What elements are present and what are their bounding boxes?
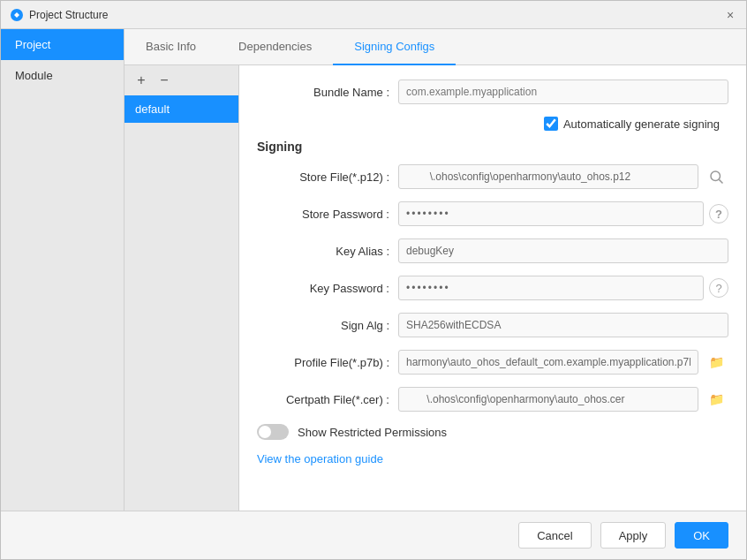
restricted-permissions-row: Show Restricted Permissions bbox=[257, 424, 728, 440]
project-structure-dialog: Project Structure × Project Module Basic… bbox=[0, 0, 747, 560]
tab-basic-info[interactable]: Basic Info bbox=[124, 29, 217, 65]
add-module-button[interactable]: + bbox=[132, 71, 151, 90]
apply-button[interactable]: Apply bbox=[600, 522, 667, 549]
close-button[interactable]: × bbox=[723, 8, 737, 22]
sign-alg-input[interactable] bbox=[398, 313, 728, 337]
module-toolbar: + − bbox=[124, 65, 238, 95]
signing-section-title: Signing bbox=[257, 140, 728, 154]
form-area: Bundle Name : Automatically generate sig… bbox=[239, 65, 746, 511]
certpath-file-browse-button[interactable]: 📁 bbox=[704, 387, 728, 412]
certpath-file-row: Certpath File(*.cer) : 📁 bbox=[257, 387, 728, 412]
key-password-label: Key Password : bbox=[257, 282, 398, 295]
bundle-name-row: Bundle Name : bbox=[257, 79, 728, 104]
auto-generate-text: Automatically generate signing bbox=[563, 117, 720, 131]
tab-dependencies[interactable]: Dependencies bbox=[217, 29, 333, 65]
certpath-file-label: Certpath File(*.cer) : bbox=[257, 393, 398, 406]
key-alias-row: Key Alias : bbox=[257, 238, 728, 263]
auto-generate-checkbox[interactable] bbox=[544, 117, 558, 131]
store-password-help-button[interactable]: ? bbox=[709, 204, 728, 223]
profile-file-row: Profile File(*.p7b) : 📁 bbox=[257, 350, 728, 375]
profile-file-label: Profile File(*.p7b) : bbox=[257, 356, 398, 369]
store-password-input-group: ? bbox=[398, 201, 728, 226]
sign-alg-label: Sign Alg : bbox=[257, 319, 398, 332]
module-panel: + − default bbox=[124, 65, 239, 511]
title-bar: Project Structure × bbox=[1, 1, 746, 29]
sidebar: Project Module bbox=[1, 29, 124, 511]
certpath-file-input-group: 📁 bbox=[398, 387, 728, 412]
auto-generate-label[interactable]: Automatically generate signing bbox=[544, 117, 720, 131]
store-file-input-group bbox=[398, 164, 728, 189]
key-password-row: Key Password : ? bbox=[257, 276, 728, 300]
store-file-browse-button[interactable] bbox=[704, 164, 728, 189]
module-item-default[interactable]: default bbox=[124, 95, 238, 123]
svg-line-2 bbox=[719, 179, 722, 183]
sign-alg-row: Sign Alg : bbox=[257, 313, 728, 337]
store-password-label: Store Password : bbox=[257, 208, 398, 221]
bundle-name-label: Bundle Name : bbox=[257, 86, 398, 99]
key-alias-label: Key Alias : bbox=[257, 245, 398, 258]
dialog-title: Project Structure bbox=[29, 9, 723, 21]
certpath-file-input[interactable] bbox=[398, 387, 698, 412]
sidebar-item-module[interactable]: Module bbox=[1, 60, 124, 91]
store-file-row: Store File(*.p12) : bbox=[257, 164, 728, 189]
profile-file-input[interactable] bbox=[398, 350, 698, 375]
key-password-input[interactable] bbox=[398, 276, 704, 300]
profile-file-browse-button[interactable]: 📁 bbox=[704, 350, 728, 375]
svg-point-1 bbox=[711, 171, 721, 181]
dialog-body: Project Module Basic Info Dependencies S… bbox=[1, 29, 746, 511]
tabs-bar: Basic Info Dependencies Signing Configs bbox=[124, 29, 746, 65]
tab-signing-configs[interactable]: Signing Configs bbox=[333, 29, 456, 65]
right-section: Basic Info Dependencies Signing Configs … bbox=[124, 29, 746, 511]
store-password-input[interactable] bbox=[398, 201, 704, 226]
key-alias-input[interactable] bbox=[398, 238, 728, 263]
key-password-help-button[interactable]: ? bbox=[709, 278, 728, 298]
remove-module-button[interactable]: − bbox=[155, 71, 174, 90]
auto-generate-row: Automatically generate signing bbox=[257, 117, 728, 131]
cancel-button[interactable]: Cancel bbox=[518, 522, 591, 549]
bundle-name-input[interactable] bbox=[398, 79, 728, 104]
store-file-input[interactable] bbox=[398, 164, 698, 189]
operation-guide-link[interactable]: View the operation guide bbox=[257, 452, 383, 465]
restricted-permissions-toggle[interactable] bbox=[257, 424, 289, 440]
key-password-input-group: ? bbox=[398, 276, 728, 300]
store-password-row: Store Password : ? bbox=[257, 201, 728, 226]
app-icon bbox=[10, 8, 24, 22]
store-file-label: Store File(*.p12) : bbox=[257, 170, 398, 184]
restricted-permissions-label: Show Restricted Permissions bbox=[298, 426, 447, 439]
footer: Cancel Apply OK bbox=[1, 511, 746, 559]
ok-button[interactable]: OK bbox=[675, 522, 728, 549]
sidebar-item-project[interactable]: Project bbox=[1, 29, 124, 60]
profile-file-input-group: 📁 bbox=[398, 350, 728, 375]
